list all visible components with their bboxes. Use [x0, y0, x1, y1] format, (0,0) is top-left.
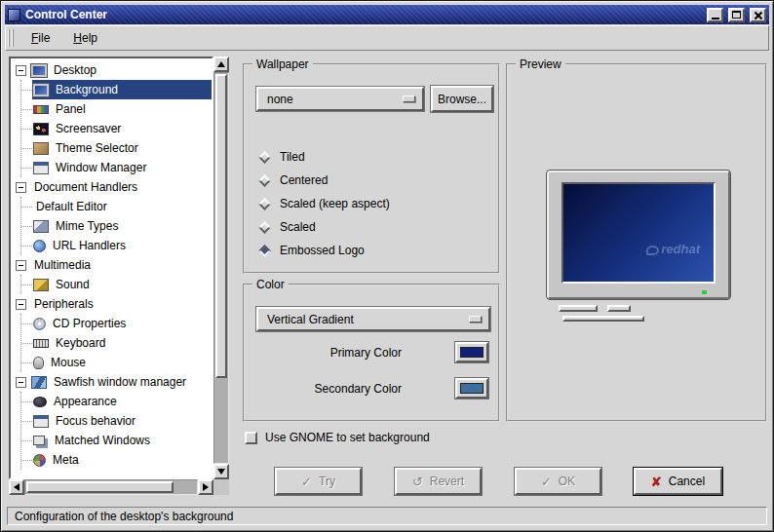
tree-row-matched-windows[interactable]: Matched Windows — [21, 431, 212, 450]
collapse-icon[interactable] — [16, 377, 26, 388]
cancel-icon: ✘ — [651, 475, 662, 488]
radio-scaled[interactable]: Scaled — [258, 219, 316, 235]
color-legend: Color — [252, 278, 289, 291]
tree-row-sound[interactable]: Sound — [21, 275, 212, 294]
option-menu-indicator-icon — [403, 95, 415, 102]
tree-row-background[interactable]: Background — [21, 80, 212, 99]
cd-properties-icon — [33, 318, 46, 330]
collapse-icon[interactable] — [16, 65, 26, 76]
tree-row-meta[interactable]: Meta — [21, 450, 212, 470]
color-group: Color Vertical Gradient Primary Color Se… — [243, 284, 500, 422]
wallpaper-group: Wallpaper none Browse... Tiled Centered … — [243, 63, 500, 274]
radio-icon — [258, 174, 271, 187]
tree-row-url-handlers[interactable]: URL Handlers — [21, 236, 212, 255]
appearance-icon — [33, 397, 47, 407]
wallpaper-dropdown[interactable]: none — [256, 87, 424, 111]
preview-legend: Preview — [516, 57, 565, 71]
scrollbar-corner — [213, 479, 229, 495]
minimize-button[interactable] — [707, 8, 723, 22]
status-text: Configuration of the desktop's backgroun… — [15, 510, 233, 523]
menu-help[interactable]: Help — [61, 27, 109, 50]
url-handlers-icon — [33, 240, 46, 252]
scroll-right-button[interactable] — [198, 479, 213, 495]
collapse-icon[interactable] — [16, 299, 26, 310]
desktop-icon — [31, 64, 47, 77]
tree-row-multimedia[interactable]: Multimedia — [14, 255, 212, 275]
theme-selector-icon — [33, 142, 49, 155]
revert-button[interactable]: ↺ Revert — [395, 468, 482, 495]
secondary-color-button[interactable] — [455, 378, 488, 399]
radio-centered[interactable]: Centered — [258, 172, 328, 188]
maximize-button[interactable] — [728, 8, 745, 22]
window-title: Control Center — [25, 8, 702, 21]
scroll-up-button[interactable] — [213, 57, 229, 72]
tree-row-panel[interactable]: Panel — [21, 99, 212, 119]
panel-icon — [33, 105, 49, 114]
menu-file[interactable]: File — [19, 27, 61, 50]
tree-row-appearance[interactable]: Appearance — [21, 392, 212, 411]
preview-monitor: redhat — [547, 171, 730, 299]
redhat-logo: redhat — [646, 242, 700, 256]
preview-screen: redhat — [561, 182, 716, 284]
tree-row-cd-properties[interactable]: CD Properties — [21, 314, 212, 333]
checkbox-icon[interactable] — [245, 432, 257, 444]
tree-row-document-handlers[interactable]: Document Handlers — [14, 177, 212, 197]
tree-vertical-scrollbar[interactable] — [213, 57, 229, 479]
tree-row-window-manager[interactable]: Window Manager — [21, 158, 212, 177]
keyboard-icon — [33, 339, 49, 348]
scroll-down-button[interactable] — [213, 464, 229, 479]
redhat-swirl-icon — [646, 246, 659, 255]
titlebar[interactable]: Control Center — [5, 5, 769, 24]
use-gnome-checkbox-row[interactable]: Use GNOME to set background — [245, 430, 430, 445]
arrow-up-icon — [217, 61, 225, 67]
matched-windows-icon — [33, 436, 45, 445]
category-tree-panel: Desktop Background Panel Screensaver Th — [9, 57, 229, 495]
tree-row-mime-types[interactable]: Mime Types — [21, 216, 212, 236]
tree-row-default-editor[interactable]: Default Editor — [21, 197, 212, 216]
background-icon — [33, 84, 49, 96]
radio-tiled[interactable]: Tiled — [258, 149, 305, 165]
tree-row-theme-selector[interactable]: Theme Selector — [21, 138, 212, 158]
tree-row-focus-behavior[interactable]: Focus behavior — [21, 411, 212, 431]
radio-icon — [258, 198, 271, 210]
horizontal-scroll-thumb[interactable] — [26, 481, 174, 493]
gradient-dropdown[interactable]: Vertical Gradient — [256, 307, 490, 331]
status-text-area: Configuration of the desktop's backgroun… — [7, 507, 767, 525]
wallpaper-legend: Wallpaper — [252, 57, 313, 71]
tree-horizontal-scrollbar[interactable] — [9, 479, 213, 495]
option-menu-indicator-icon — [469, 316, 482, 323]
tree-row-mouse[interactable]: Mouse — [21, 353, 212, 372]
power-led — [702, 290, 707, 294]
category-tree: Desktop Background Panel Screensaver Th — [9, 57, 213, 479]
scroll-left-button[interactable] — [9, 479, 24, 495]
radio-icon — [258, 151, 271, 164]
radio-embossed-logo[interactable]: Embossed Logo — [258, 243, 365, 258]
menubar-grip[interactable] — [8, 29, 16, 47]
browse-button[interactable]: Browse... — [431, 86, 493, 112]
tree-row-keyboard[interactable]: Keyboard — [21, 333, 212, 353]
close-button[interactable] — [750, 8, 766, 22]
primary-color-fill — [460, 347, 484, 358]
keyboard-bar — [562, 316, 644, 322]
primary-color-button[interactable] — [455, 342, 488, 362]
screensaver-icon — [33, 123, 49, 135]
try-icon: ✓ — [301, 475, 312, 488]
meta-icon — [33, 454, 46, 467]
cancel-button[interactable]: ✘ Cancel — [634, 468, 722, 495]
radio-scaled-keep-aspect[interactable]: Scaled (keep aspect) — [258, 196, 390, 211]
sawfish-icon — [31, 376, 47, 389]
try-button[interactable]: ✓ Try — [275, 468, 362, 495]
window-manager-icon — [33, 162, 49, 174]
arrow-right-icon — [203, 483, 209, 491]
monitor-stand-2 — [607, 305, 631, 312]
vertical-scroll-thumb[interactable] — [215, 74, 227, 378]
ok-button[interactable]: ✓ OK — [515, 468, 601, 495]
tree-row-screensaver[interactable]: Screensaver — [21, 119, 212, 138]
revert-icon: ↺ — [412, 475, 423, 488]
collapse-icon[interactable] — [16, 260, 26, 271]
collapse-icon[interactable] — [16, 182, 26, 193]
window-icon — [8, 9, 20, 21]
tree-row-peripherals[interactable]: Peripherals — [14, 294, 212, 314]
tree-row-sawfish[interactable]: Sawfish window manager — [14, 372, 212, 392]
tree-row-desktop[interactable]: Desktop — [14, 60, 212, 80]
